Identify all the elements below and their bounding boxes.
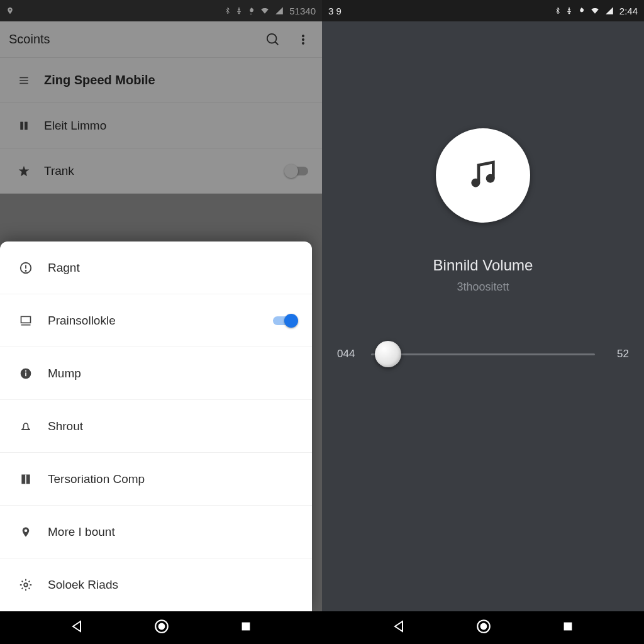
cell-signal-icon [274,6,284,15]
sheet-item-more-bount[interactable]: More I bount [0,506,312,558]
status-bar: 3 9 2:44 [322,0,644,21]
svg-rect-3 [21,122,23,130]
svg-point-0 [302,35,304,36]
sheet-item-shrout[interactable]: Shrout [0,400,312,453]
sheet-item-label: More I bount [48,525,115,539]
bluetooth-icon [224,6,231,16]
settings-item-label: Trank [44,164,74,178]
svg-point-14 [471,179,480,187]
usb-icon [565,6,573,16]
appbar: Scoints [0,21,322,58]
settings-item-label: Eleit Limmo [44,119,106,133]
bluetooth-icon [554,6,562,16]
svg-point-20 [480,623,487,630]
cell-signal-icon [604,6,614,15]
home-icon [153,618,170,635]
usb-icon [235,6,243,16]
wifi-icon [259,6,270,15]
sheet-item-label: Mump [48,367,81,380]
status-time: 51340 [289,6,316,16]
book-icon [19,473,32,486]
sheet-item-prainsollokle[interactable]: Prainsollokle [0,294,312,347]
sheet-item-label: Tersoriation Comp [48,472,145,486]
home-icon [475,618,492,635]
sheet-item-label: Shrout [48,419,83,433]
svg-point-1 [302,38,304,40]
settings-list: Zing Speed Mobile Eleit Limmo Trank [0,58,322,194]
location-icon [6,6,14,16]
back-icon [391,619,406,634]
fire-icon [577,6,586,16]
settings-item-zing-speed[interactable]: Zing Speed Mobile [0,58,322,103]
fire-icon [247,6,255,16]
sheet-item-soloek-riads[interactable]: Soloek Riads [0,558,312,611]
system-nav-bar [0,611,644,644]
sheet-item-label: Ragnt [48,261,80,275]
track-subtitle: 3thoositett [457,280,509,294]
wifi-icon [589,6,601,15]
music-note-icon [465,158,501,193]
pause-icon [18,120,30,131]
sheet-item-label: Soloek Riads [48,578,118,592]
toggle-prainsollokle[interactable] [273,314,298,328]
seek-thumb[interactable] [375,341,401,367]
svg-point-15 [486,174,495,183]
alert-icon [19,261,33,275]
bell-icon [19,420,33,433]
overflow-button[interactable] [289,26,317,53]
track-title: Binnild Volume [433,257,533,274]
gear-icon [19,578,33,592]
status-left-badge: 3 9 [328,6,341,16]
sheet-item-mump[interactable]: Mump [0,347,312,400]
recents-button[interactable] [239,619,253,636]
time-elapsed: 044 [337,348,362,360]
home-button[interactable] [153,618,170,637]
sheet-item-label: Prainsollokle [48,314,116,328]
pin-icon [20,525,31,539]
svg-point-10 [25,370,26,371]
svg-rect-21 [564,623,572,631]
bottom-sheet: Ragnt Prainsollokle Mump Shrout [0,242,312,611]
star-icon [18,165,30,177]
info-icon [19,367,32,380]
back-button[interactable] [69,619,84,636]
back-icon [69,619,84,634]
recents-icon [239,619,253,633]
screen-settings: 51340 Scoints Zing Speed Mobile Ele [0,0,322,611]
svg-rect-9 [25,372,26,376]
sheet-item-ragnt[interactable]: Ragnt [0,242,312,294]
home-button[interactable] [475,618,492,637]
seek-slider[interactable] [371,339,595,369]
svg-rect-7 [21,316,31,323]
svg-rect-18 [242,623,250,631]
more-vertical-icon [297,33,309,46]
svg-point-17 [158,623,165,630]
album-art[interactable] [436,128,530,223]
recents-button[interactable] [561,619,575,636]
status-time: 2:44 [619,6,638,16]
settings-item-trank[interactable]: Trank [0,148,322,194]
menu-icon [17,75,31,86]
svg-point-2 [302,42,304,44]
seek-bar: 044 52 [322,339,644,369]
settings-item-label: Zing Speed Mobile [44,73,155,87]
screen-music-player: 3 9 2:44 Binnild Volume 3thoositett [322,0,644,611]
recents-icon [561,619,575,633]
settings-item-eleit-limmo[interactable]: Eleit Limmo [0,103,322,148]
back-button[interactable] [391,619,406,636]
page-title: Scoints [9,32,50,47]
status-bar: 51340 [0,0,322,21]
svg-rect-4 [25,122,28,130]
sheet-item-tersoriation-comp[interactable]: Tersoriation Comp [0,453,312,506]
toggle-trank[interactable] [286,164,311,178]
player: Binnild Volume 3thoositett 044 52 [322,21,644,611]
search-icon [266,33,280,47]
monitor-icon [19,314,33,327]
svg-rect-12 [25,474,26,484]
svg-point-6 [25,270,26,271]
time-total: 52 [604,348,629,360]
svg-point-13 [24,583,28,587]
search-button[interactable] [259,26,287,53]
